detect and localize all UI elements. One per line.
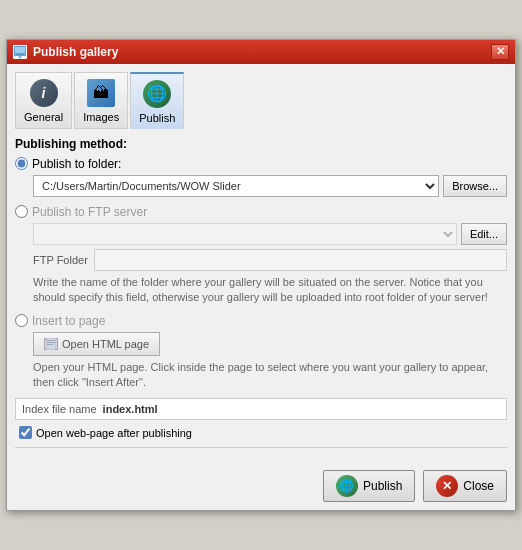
folder-path-select[interactable]: C:/Users/Martin/Documents/WOW Slider xyxy=(33,175,439,197)
svg-rect-5 xyxy=(47,342,55,343)
index-file-value: index.html xyxy=(103,403,158,415)
ftp-folder-input[interactable] xyxy=(94,249,507,271)
insert-page-radio[interactable] xyxy=(15,314,28,327)
window-content: i General Images 🌐 Publish Publishing me… xyxy=(7,64,515,465)
tab-images-label: Images xyxy=(83,111,119,123)
svg-rect-6 xyxy=(47,344,53,345)
publish-ftp-radio[interactable] xyxy=(15,205,28,218)
insert-page-radio-row: Insert to page xyxy=(15,314,507,328)
publishing-method-label: Publishing method: xyxy=(15,137,507,151)
window-close-button[interactable]: ✕ xyxy=(491,44,509,60)
publish-button[interactable]: 🌐 Publish xyxy=(323,470,415,502)
publish-btn-label: Publish xyxy=(363,479,402,493)
tab-bar: i General Images 🌐 Publish xyxy=(15,72,507,129)
ftp-server-row: Edit... xyxy=(33,223,507,245)
tab-publish[interactable]: 🌐 Publish xyxy=(130,72,184,129)
general-tab-icon: i xyxy=(28,77,60,109)
publish-ftp-radio-row: Publish to FTP server xyxy=(15,205,507,219)
publish-folder-label: Publish to folder: xyxy=(32,157,121,171)
edit-ftp-button[interactable]: Edit... xyxy=(461,223,507,245)
publish-folder-group: Publish to folder: C:/Users/Martin/Docum… xyxy=(15,157,507,197)
ftp-folder-row: FTP Folder xyxy=(33,249,507,271)
publish-folder-radio[interactable] xyxy=(15,157,28,170)
publish-gallery-window: Publish gallery ✕ i General Images 🌐 xyxy=(6,39,516,512)
html-file-icon xyxy=(44,338,58,350)
publish-ftp-label: Publish to FTP server xyxy=(32,205,147,219)
open-webpage-label: Open web-page after publishing xyxy=(36,427,192,439)
close-x-icon: ✕ xyxy=(436,475,458,497)
svg-rect-4 xyxy=(47,340,55,341)
publish-ftp-group: Publish to FTP server Edit... FTP Folder… xyxy=(15,205,507,306)
tab-images[interactable]: Images xyxy=(74,72,128,129)
images-tab-icon xyxy=(85,77,117,109)
tab-general[interactable]: i General xyxy=(15,72,72,129)
open-webpage-row: Open web-page after publishing xyxy=(19,426,507,439)
publish-folder-radio-row: Publish to folder: xyxy=(15,157,507,171)
tab-general-label: General xyxy=(24,111,63,123)
svg-rect-1 xyxy=(15,47,25,53)
divider xyxy=(15,447,507,448)
title-bar-left: Publish gallery xyxy=(13,45,118,59)
window-icon xyxy=(13,45,27,59)
window-title: Publish gallery xyxy=(33,45,118,59)
open-webpage-checkbox[interactable] xyxy=(19,426,32,439)
ftp-hint-text: Write the name of the folder where your … xyxy=(33,275,507,306)
svg-point-2 xyxy=(19,55,22,58)
html-hint-text: Open your HTML page. Click inside the pa… xyxy=(33,360,507,391)
ftp-folder-label: FTP Folder xyxy=(33,254,88,266)
title-bar: Publish gallery ✕ xyxy=(7,40,515,64)
open-html-label: Open HTML page xyxy=(62,338,149,350)
tab-publish-label: Publish xyxy=(139,112,175,124)
open-html-button[interactable]: Open HTML page xyxy=(33,332,160,356)
folder-path-row: C:/Users/Martin/Documents/WOW Slider Bro… xyxy=(33,175,507,197)
close-button[interactable]: ✕ Close xyxy=(423,470,507,502)
insert-page-label: Insert to page xyxy=(32,314,105,328)
browse-button[interactable]: Browse... xyxy=(443,175,507,197)
images-icon xyxy=(87,79,115,107)
index-file-label: Index file name xyxy=(22,403,97,415)
publish-globe-icon: 🌐 xyxy=(336,475,358,497)
ftp-server-select[interactable] xyxy=(33,223,457,245)
bottom-bar: 🌐 Publish ✕ Close xyxy=(7,464,515,510)
info-icon: i xyxy=(30,79,58,107)
index-file-row: Index file name index.html xyxy=(15,398,507,420)
globe-icon: 🌐 xyxy=(143,80,171,108)
publish-tab-icon: 🌐 xyxy=(141,78,173,110)
close-btn-label: Close xyxy=(463,479,494,493)
insert-page-group: Insert to page Open HTML page Open your … xyxy=(15,314,507,391)
